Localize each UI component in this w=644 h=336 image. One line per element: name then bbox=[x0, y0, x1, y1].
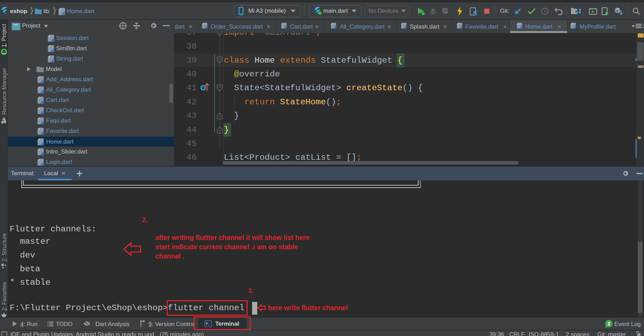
svg-text:2: 2 bbox=[607, 321, 610, 326]
